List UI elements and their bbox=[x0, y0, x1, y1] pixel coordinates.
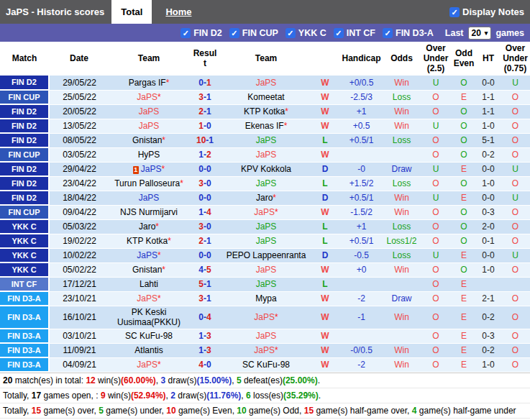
date-cell: 19/02/22 bbox=[49, 234, 109, 248]
win-loss-cell: W bbox=[311, 291, 339, 306]
odds-cell bbox=[383, 277, 420, 291]
team-name: SC KuFu-98 bbox=[125, 331, 173, 341]
league-filter-label: FIN CUP bbox=[242, 28, 278, 38]
table-row: FIN D3-A04/09/21JaPS*4-0SC KuFu-98W-2Win… bbox=[0, 357, 530, 372]
halftime-cell: 0-3 bbox=[476, 329, 501, 343]
team-name: HyPS bbox=[138, 150, 160, 160]
checkbox-checked-icon[interactable]: ✓ bbox=[334, 28, 344, 38]
team-cell: Jaro* bbox=[221, 191, 311, 205]
over-under-25-cell: O bbox=[420, 219, 452, 234]
team-name: Gnistan bbox=[132, 265, 162, 275]
team-cell: JaPS* bbox=[221, 306, 311, 329]
team-name: JaPS bbox=[256, 265, 277, 275]
over-under-075-cell: O bbox=[501, 90, 530, 104]
summary-segment: 15 bbox=[32, 406, 41, 416]
halftime-cell: 1-0 bbox=[476, 176, 501, 191]
win-loss-cell: W bbox=[311, 119, 339, 133]
team-cell: JaPS* bbox=[109, 291, 188, 306]
team-cell: Atlantis bbox=[109, 343, 188, 357]
tab-total[interactable]: Total bbox=[111, 0, 152, 24]
result-cell: 0-0 bbox=[188, 191, 221, 205]
league-filter-fin-d2[interactable]: ✓FIN D2 bbox=[181, 28, 222, 38]
league-badge: INT CF bbox=[0, 277, 49, 291]
team-name: Atlantis bbox=[134, 345, 163, 355]
home-star: * bbox=[275, 207, 278, 217]
odd-even-cell: O bbox=[452, 119, 476, 133]
over-under-25-cell: O bbox=[420, 147, 452, 162]
date-cell: 20/05/22 bbox=[49, 104, 109, 119]
result-cell: 4-0 bbox=[188, 357, 221, 372]
league-badge: YKK C bbox=[0, 219, 49, 234]
games-count-select[interactable]: 20 ▾ bbox=[468, 27, 492, 40]
summary-segment: Totally, bbox=[3, 391, 32, 401]
summary-segment: match(es) in total: bbox=[12, 375, 86, 385]
win-loss-cell: L bbox=[311, 234, 339, 248]
over-under-25-cell: O bbox=[420, 329, 452, 343]
checkbox-checked-icon[interactable]: ✓ bbox=[229, 28, 239, 38]
league-filter-ykk-c[interactable]: ✓YKK C bbox=[285, 28, 326, 38]
handicap-cell: +0.5/1 bbox=[339, 191, 383, 205]
league-filter-label: FIN D2 bbox=[193, 28, 222, 38]
table-row: FIN D3-A03/10/21SC KuFu-981-3JaPSWOE0-3O bbox=[0, 329, 530, 343]
column-header: Match bbox=[0, 42, 49, 76]
team-cell: PEPO Lappeenranta bbox=[221, 248, 311, 262]
column-header: Handicap bbox=[339, 42, 383, 76]
tab-home[interactable]: Home bbox=[156, 0, 201, 24]
team-cell: JaPS* bbox=[221, 205, 311, 219]
win-loss-cell: W bbox=[311, 90, 339, 104]
team-cell: Turun Palloseura* bbox=[109, 176, 188, 191]
column-header: Team bbox=[221, 42, 311, 76]
summary-segment: game(s) over, bbox=[41, 406, 99, 416]
summary-line-2: Totally, 17 games open, : 9 win(s)(52.94… bbox=[0, 388, 530, 403]
table-row: YKK C05/03/22Jaro*3-0JaPSL+1LossOO2-0O bbox=[0, 219, 530, 234]
summary-segment: defeat(es) bbox=[242, 375, 283, 385]
halftime-cell: 0-0 bbox=[476, 248, 501, 262]
league-badge: FIN D2 bbox=[0, 162, 49, 176]
league-badge: FIN CUP bbox=[0, 205, 49, 219]
win-loss-cell: W bbox=[311, 205, 339, 219]
summary-line-3: Totally, 15 game(s) over, 5 game(s) unde… bbox=[0, 403, 530, 419]
team-cell: 1JaPS* bbox=[109, 162, 188, 176]
summary-segment: 2 bbox=[170, 391, 175, 401]
league-filter-fin-cup[interactable]: ✓FIN CUP bbox=[229, 28, 278, 38]
halftime-cell: 0-2 bbox=[476, 147, 501, 162]
column-header: Odd Even bbox=[452, 42, 476, 76]
team-name: JaPS bbox=[254, 312, 275, 322]
home-star: * bbox=[284, 121, 288, 131]
team-cell: JaPS bbox=[221, 176, 311, 191]
result-cell: 1-3 bbox=[188, 343, 221, 357]
home-star: * bbox=[275, 345, 278, 355]
display-notes-toggle[interactable]: ✓ Display Notes bbox=[449, 0, 530, 24]
table-row: FIN D218/04/22JaPS0-0Jaro*D+0.5/1WinUE0-… bbox=[0, 191, 530, 205]
checkbox-checked-icon[interactable]: ✓ bbox=[449, 7, 460, 17]
summary-segment: game(s) half-game over, bbox=[314, 406, 412, 416]
over-under-075-cell: O bbox=[501, 147, 530, 162]
team-name: JaPS bbox=[139, 193, 160, 203]
result-cell: 0-4 bbox=[188, 306, 221, 329]
team-name: JaPS bbox=[137, 250, 157, 260]
summary-segment: win(s) bbox=[106, 391, 131, 401]
league-filter-int-cf[interactable]: ✓INT CF bbox=[334, 28, 375, 38]
league-filter-fin-d3-a[interactable]: ✓FIN D3-A bbox=[383, 28, 434, 38]
win-loss-cell: W bbox=[311, 329, 339, 343]
odd-even-cell: O bbox=[452, 234, 476, 248]
odds-cell: Loss bbox=[383, 176, 420, 191]
odd-even-cell: E bbox=[452, 343, 476, 357]
handicap-cell bbox=[339, 329, 383, 343]
league-badge: FIN CUP bbox=[0, 147, 49, 162]
summary-segment: 17 bbox=[32, 391, 41, 401]
chevron-down-icon: ▾ bbox=[485, 29, 488, 37]
team-name: Jaro bbox=[139, 222, 155, 232]
over-under-075-cell: O bbox=[501, 176, 530, 191]
home-star: * bbox=[168, 236, 171, 246]
checkbox-checked-icon[interactable]: ✓ bbox=[181, 28, 191, 38]
halftime-cell: 1-0 bbox=[476, 262, 501, 277]
home-star: * bbox=[157, 360, 161, 370]
table-row: FIN D208/05/22Gnistan*10-1JaPSL+0.5/1Los… bbox=[0, 133, 530, 147]
team-cell: Komeetat bbox=[221, 90, 311, 104]
checkbox-checked-icon[interactable]: ✓ bbox=[383, 28, 393, 38]
league-badge: FIN D3-A bbox=[0, 306, 49, 329]
team-name: JaPS bbox=[254, 207, 275, 217]
odd-even-cell: E bbox=[452, 90, 476, 104]
checkbox-checked-icon[interactable]: ✓ bbox=[285, 28, 296, 38]
